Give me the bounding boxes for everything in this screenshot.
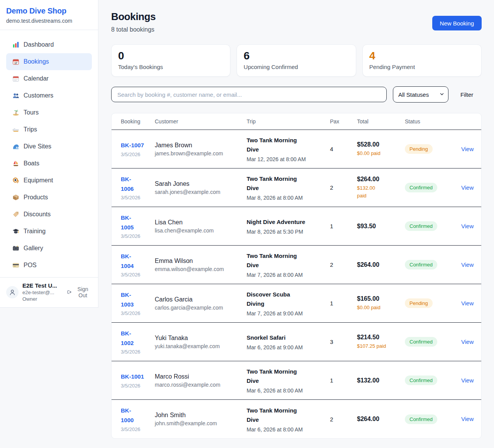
- sidebar-item-label: Equipment: [24, 177, 53, 184]
- booking-id-link[interactable]: BK- 1000: [121, 406, 155, 425]
- filter-button[interactable]: Filter: [460, 91, 473, 98]
- trip-datetime: Mar 12, 2026 at 8:00 AM: [247, 156, 330, 162]
- sidebar-item-label: Gallery: [24, 245, 43, 252]
- status-select-wrap: All Statuses: [393, 86, 448, 103]
- view-link[interactable]: View: [452, 377, 474, 384]
- sidebar-item-bookings[interactable]: 17 Bookings: [6, 53, 92, 70]
- sign-out-button[interactable]: Sign Out: [66, 286, 92, 298]
- column-header-booking: Booking: [112, 118, 155, 125]
- bar-chart-icon: [12, 41, 19, 48]
- sign-out-label: Sign Out: [74, 286, 92, 298]
- island-icon: [12, 109, 19, 116]
- stat-value: 0: [118, 50, 223, 62]
- booking-id-link[interactable]: BK- 1004: [121, 252, 155, 271]
- status-badge: Confirmed: [405, 376, 437, 385]
- booking-id-link[interactable]: BK- 1003: [121, 290, 155, 310]
- booking-date: 3/5/2026: [121, 383, 155, 389]
- sidebar-item-customers[interactable]: Customers: [6, 87, 92, 104]
- page-header: Bookings 8 total bookings New Booking: [111, 11, 482, 33]
- speedboat-icon: [12, 126, 19, 133]
- trip-name: Two Tank Morning Dive: [247, 251, 330, 270]
- sidebar: Demo Dive Shop demo.test.divestreams.com…: [0, 0, 98, 308]
- sidebar-item-discounts[interactable]: Discounts: [6, 206, 92, 223]
- total-amount: $264.00: [357, 261, 405, 268]
- user-footer: E2E Test U... e2e-tester@... Owner Sign …: [0, 277, 98, 307]
- view-link[interactable]: View: [452, 146, 474, 152]
- status-badge: Confirmed: [405, 337, 437, 347]
- sidebar-item-label: Training: [24, 228, 46, 235]
- stat-value: 4: [369, 50, 475, 62]
- sidebar-item-boats[interactable]: Boats: [6, 155, 92, 172]
- view-link[interactable]: View: [452, 184, 474, 191]
- sidebar-item-equipment[interactable]: Equipment: [6, 172, 92, 189]
- view-link[interactable]: View: [452, 300, 474, 307]
- trip-datetime: Mar 8, 2026 at 8:00 AM: [247, 195, 330, 201]
- sidebar-item-trips[interactable]: Trips: [6, 121, 92, 138]
- sidebar-item-label: Calendar: [24, 75, 49, 82]
- stat-card-todays-bookings: 0 Today's Bookings: [111, 44, 230, 77]
- sidebar-item-calendar[interactable]: Calendar: [6, 70, 92, 87]
- sidebar-item-label: Customers: [24, 92, 53, 99]
- stat-card-pending-payment: 4 Pending Payment: [362, 44, 482, 77]
- column-header-total: Total: [357, 118, 405, 125]
- customer-email: sarah.jones@example.com: [155, 189, 247, 195]
- view-link[interactable]: View: [452, 416, 474, 422]
- trip-name: Night Dive Adventure: [247, 217, 330, 227]
- total-amount: $93.50: [357, 223, 405, 230]
- booking-id-link[interactable]: BK-1001: [121, 372, 155, 382]
- grad-cap-icon: [12, 228, 19, 235]
- booking-id-link[interactable]: BK- 1002: [121, 329, 155, 348]
- booking-date: 3/5/2026: [121, 272, 155, 278]
- sidebar-item-gallery[interactable]: Gallery: [6, 240, 92, 257]
- view-link[interactable]: View: [452, 261, 474, 268]
- customer-name: John Smith: [155, 412, 247, 419]
- sidebar-item-products[interactable]: Products: [6, 189, 92, 206]
- sidebar-item-training[interactable]: Training: [6, 223, 92, 240]
- view-link[interactable]: View: [452, 223, 474, 229]
- user-name: E2E Test U...: [22, 282, 62, 289]
- sidebar-item-label: Dive Sites: [24, 143, 51, 150]
- status-select[interactable]: All Statuses: [393, 86, 448, 103]
- total-amount: $264.00: [357, 176, 405, 183]
- paid-amount: $0.00 paid: [357, 150, 405, 157]
- customer-email: carlos.garcia@example.com: [155, 305, 247, 311]
- customer-name: Sarah Jones: [155, 180, 247, 187]
- trip-datetime: Mar 7, 2026 at 9:00 AM: [247, 310, 330, 317]
- booking-id-link[interactable]: BK- 1005: [121, 213, 155, 232]
- trip-name: Two Tank Morning Dive: [247, 136, 330, 154]
- total-amount: $132.00: [357, 377, 405, 384]
- sidebar-item-dashboard[interactable]: Dashboard: [6, 36, 92, 53]
- status-badge: Pending: [405, 298, 433, 308]
- pax-count: 2: [330, 184, 357, 191]
- table-row-BK-1006: BK- 1006 3/5/2026 Sarah Jones sarah.jone…: [112, 168, 481, 207]
- booking-id-link[interactable]: BK-1007: [121, 141, 155, 150]
- page-subtitle: 8 total bookings: [111, 26, 156, 33]
- pax-count: 1: [330, 223, 357, 229]
- search-input[interactable]: [111, 87, 387, 102]
- avatar: [6, 286, 19, 298]
- total-amount: $264.00: [357, 416, 405, 423]
- table-row-BK-1004: BK- 1004 3/5/2026 Emma Wilson emma.wilso…: [112, 246, 481, 284]
- stat-card-upcoming-confirmed: 6 Upcoming Confirmed: [237, 44, 356, 77]
- bookings-table: Booking Customer Trip Pax Total Status B…: [111, 113, 482, 439]
- trip-datetime: Mar 7, 2026 at 8:00 AM: [247, 272, 330, 278]
- table-row-BK-1001: BK-1001 3/5/2026 Marco Rossi marco.rossi…: [112, 361, 481, 400]
- customer-email: james.brown@example.com: [155, 150, 247, 157]
- sidebar-item-tours[interactable]: Tours: [6, 104, 92, 121]
- view-link[interactable]: View: [452, 339, 474, 345]
- booking-id-link[interactable]: BK- 1006: [121, 175, 155, 194]
- booking-date: 3/5/2026: [121, 152, 155, 157]
- shop-domain: demo.test.divestreams.com: [6, 18, 92, 24]
- trip-datetime: Mar 6, 2026 at 8:00 AM: [247, 387, 330, 394]
- sidebar-item-label: Dashboard: [24, 41, 54, 48]
- sidebar-item-label: Trips: [24, 126, 37, 133]
- sidebar-item-pos[interactable]: POS: [6, 257, 92, 274]
- paid-amount: $0.00 paid: [357, 304, 405, 312]
- stat-label: Today's Bookings: [118, 64, 223, 70]
- total-amount: $528.00: [357, 141, 405, 148]
- dive-mask-icon: [12, 177, 19, 184]
- main-content: Bookings 8 total bookings New Booking 0 …: [98, 0, 494, 439]
- sidebar-item-dive-sites[interactable]: Dive Sites: [6, 138, 92, 155]
- new-booking-button[interactable]: New Booking: [432, 16, 482, 30]
- customer-name: Lisa Chen: [155, 219, 247, 226]
